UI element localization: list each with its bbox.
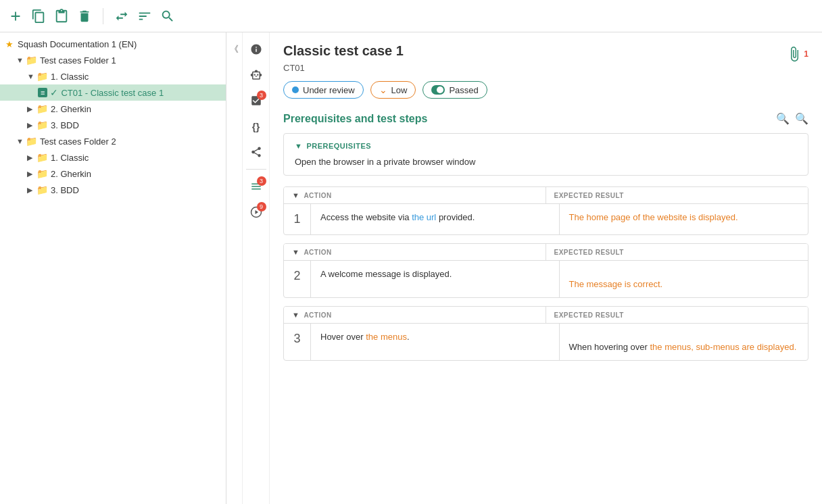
copy-button[interactable] xyxy=(31,9,46,24)
step-3-header: ▼ ACTION EXPECTED RESULT xyxy=(284,307,808,324)
folder1-gherkin[interactable]: ▶ 📁 2. Gherkin xyxy=(0,101,226,117)
separator xyxy=(246,169,266,170)
step-3-action-hl: the menus xyxy=(366,332,407,342)
step-1-card: ▼ ACTION EXPECTED RESULT 1 Access the we… xyxy=(283,186,808,235)
folder2-gherkin[interactable]: ▶ 📁 2. Gherkin xyxy=(0,166,226,182)
step-2-header: ▼ ACTION EXPECTED RESULT xyxy=(284,244,808,261)
robot-button[interactable] xyxy=(245,64,268,86)
folder-icon: 📁 xyxy=(26,55,37,66)
zoom-out-button[interactable]: 🔍 xyxy=(795,112,808,125)
priority-label: Low xyxy=(391,85,408,95)
prereq-text: Open the browser in a private browser wi… xyxy=(295,157,797,167)
code-icon: {} xyxy=(252,121,260,132)
test-content: Classic test case 1 CT01 Under review ⌄ … xyxy=(270,32,822,504)
attachment-icon xyxy=(786,46,802,62)
folder1-label: Test cases Folder 1 xyxy=(40,55,116,66)
step-1-action: Access the website via the url provided. xyxy=(311,204,560,234)
folder-icon: 📁 xyxy=(37,71,48,82)
steps-header: Prerequisites and test steps 🔍 🔍 xyxy=(283,112,808,125)
toggle-icon: ▶ xyxy=(27,186,37,195)
prerequisites-header: ▼ PREREQUISITES xyxy=(295,142,797,150)
step-3-action: Hover over the menus. xyxy=(311,324,560,360)
project-root[interactable]: ★ Squash Documentation 1 (EN) xyxy=(0,36,226,52)
action-toggle[interactable]: ▼ xyxy=(292,311,299,319)
folder-icon: 📁 xyxy=(37,184,48,195)
folder1-bdd[interactable]: ▶ 📁 3. BDD xyxy=(0,117,226,133)
step-2-action-header: ▼ ACTION xyxy=(284,244,546,260)
prerequisites-section: ▼ PREREQUISITES Open the browser in a pr… xyxy=(283,133,808,176)
paste-button[interactable] xyxy=(54,9,69,24)
list-button[interactable]: 3 xyxy=(245,175,268,198)
toggle-icon: ▼ xyxy=(16,137,26,145)
step-1-result-text: The home page of the website is displaye… xyxy=(569,212,738,222)
separator xyxy=(103,8,103,24)
prereq-label: PREREQUISITES xyxy=(306,142,371,150)
step-1-action-hl: the url xyxy=(412,212,436,222)
search-button[interactable] xyxy=(160,9,175,24)
toggle-icon: ▶ xyxy=(27,121,37,130)
steps-title: Prerequisites and test steps xyxy=(283,113,427,125)
step-1-header: ▼ ACTION EXPECTED RESULT xyxy=(284,187,808,204)
folder2-classic-label: 1. Classic xyxy=(51,153,89,163)
toggle-icon: ▶ xyxy=(27,105,37,114)
folder1[interactable]: ▼ 📁 Test cases Folder 1 xyxy=(0,52,226,68)
play-badge: 9 xyxy=(257,202,266,211)
under-review-badge[interactable]: Under review xyxy=(283,81,364,99)
folder-icon: 📁 xyxy=(37,152,48,163)
folder2[interactable]: ▼ 📁 Test cases Folder 2 xyxy=(0,133,226,149)
folder2-classic[interactable]: ▶ 📁 1. Classic xyxy=(0,149,226,166)
prereq-toggle[interactable]: ▼ xyxy=(295,142,302,150)
step-3-result-header: EXPECTED RESULT xyxy=(546,307,808,323)
folder1-gherkin-label: 2. Gherkin xyxy=(51,104,91,114)
step-3-action-header: ▼ ACTION xyxy=(284,307,546,323)
sidebar: ★ Squash Documentation 1 (EN) ▼ 📁 Test c… xyxy=(0,32,226,504)
folder-icon: 📁 xyxy=(37,168,48,179)
action-toggle[interactable]: ▼ xyxy=(292,248,299,256)
step-2-card: ▼ ACTION EXPECTED RESULT 2 A welcome mes… xyxy=(283,243,808,298)
test-header: Classic test case 1 CT01 Under review ⌄ … xyxy=(283,43,808,112)
transfer-button[interactable] xyxy=(114,9,129,24)
step-1-action-header: ▼ ACTION xyxy=(284,187,546,203)
step-1-body: 1 Access the website via the url provide… xyxy=(284,204,808,234)
step-2-result: The message is correct. xyxy=(560,261,808,297)
play-button[interactable]: 9 xyxy=(245,201,268,224)
checklist-button[interactable]: 3 xyxy=(245,89,268,112)
step-2-action: A welcome message is displayed. xyxy=(311,261,560,297)
status-label: Passed xyxy=(449,85,478,95)
folder-icon: 📁 xyxy=(26,136,37,147)
folder2-bdd-label: 3. BDD xyxy=(51,185,79,195)
share-button[interactable] xyxy=(245,141,268,163)
check-icon: ✓ xyxy=(50,87,58,98)
test-badges: Under review ⌄ Low xyxy=(283,81,786,99)
svg-marker-1 xyxy=(255,210,258,214)
step-3-card: ▼ ACTION EXPECTED RESULT 3 Hover over th… xyxy=(283,306,808,361)
attachment-count: 1 xyxy=(804,49,808,59)
right-panel: 《 3 {} xyxy=(226,32,822,504)
toggle-icon: ▼ xyxy=(27,72,37,80)
code-button[interactable]: {} xyxy=(245,115,268,138)
delete-button[interactable] xyxy=(77,9,92,24)
project-label: Squash Documentation 1 (EN) xyxy=(18,39,137,49)
action-label: ACTION xyxy=(304,192,331,199)
info-button[interactable] xyxy=(245,38,268,61)
result-label: EXPECTED RESULT xyxy=(554,311,624,319)
collapse-button[interactable]: 《 xyxy=(226,32,243,504)
ct01-item[interactable]: ≡ ✓ CT01 - Classic test case 1 xyxy=(0,84,226,101)
sort-button[interactable] xyxy=(137,9,152,24)
status-badge[interactable]: Passed xyxy=(422,81,487,99)
folder1-classic[interactable]: ▼ 📁 1. Classic xyxy=(0,68,226,84)
folder-icon: 📁 xyxy=(37,120,48,130)
chevron-left-icon: 《 xyxy=(230,43,239,55)
add-button[interactable] xyxy=(8,9,23,24)
star-icon: ★ xyxy=(5,39,14,49)
toggle-icon: ▼ xyxy=(16,56,26,64)
action-toggle[interactable]: ▼ xyxy=(292,191,299,199)
result-label: EXPECTED RESULT xyxy=(554,192,624,199)
blue-dot xyxy=(292,86,299,93)
test-header-left: Classic test case 1 CT01 Under review ⌄ … xyxy=(283,43,786,112)
zoom-in-button[interactable]: 🔍 xyxy=(776,112,790,125)
folder1-bdd-label: 3. BDD xyxy=(51,120,79,130)
priority-badge[interactable]: ⌄ Low xyxy=(370,81,416,99)
folder2-bdd[interactable]: ▶ 📁 3. BDD xyxy=(0,182,226,198)
ct01-label: CT01 - Classic test case 1 xyxy=(61,88,164,98)
